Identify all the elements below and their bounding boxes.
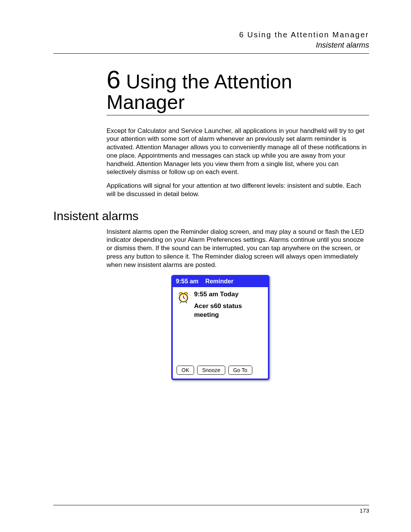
intro-paragraph-2: Applications will signal for your attent…	[107, 182, 369, 198]
svg-line-5	[186, 302, 187, 303]
alarm-clock-icon	[177, 290, 190, 359]
snooze-button[interactable]: Snooze	[197, 366, 225, 375]
section-paragraphs: Insistent alarms open the Reminder dialo…	[107, 228, 369, 269]
document-page: 6 Using the Attention Manager Insistent …	[0, 0, 411, 532]
section-paragraph-1: Insistent alarms open the Reminder dialo…	[107, 228, 369, 269]
page-number: 173	[360, 507, 369, 514]
intro-paragraphs: Except for Calculator and Service Launch…	[107, 127, 369, 198]
section-heading: Insistent alarms	[53, 209, 369, 223]
reminder-event-line2: meeting	[194, 311, 242, 320]
svg-line-4	[180, 302, 181, 303]
reminder-button-row: OK Snooze Go To	[173, 363, 268, 379]
chapter-title-line2: Manager	[107, 92, 369, 113]
reminder-titlebar: 9:55 am Reminder	[173, 276, 268, 287]
goto-button[interactable]: Go To	[228, 366, 252, 375]
intro-paragraph-1: Except for Calculator and Service Launch…	[107, 127, 369, 177]
chapter-title-line1: Using the Attention	[121, 70, 292, 93]
reminder-event-line1: Acer s60 status	[194, 302, 242, 311]
reminder-dialog: 9:55 am Reminder	[171, 275, 269, 380]
running-header: 6 Using the Attention Manager Insistent …	[53, 30, 369, 54]
footer-rule	[53, 505, 369, 505]
header-section-label: Insistent alarms	[53, 41, 369, 50]
reminder-time: 9:55 am	[176, 278, 199, 285]
reminder-event-time: 9:55 am Today	[194, 290, 242, 299]
reminder-body: 9:55 am Today Acer s60 status meeting	[173, 287, 268, 363]
reminder-dialog-figure: 9:55 am Reminder	[171, 275, 369, 380]
chapter-number: 6	[107, 66, 121, 94]
ok-button[interactable]: OK	[177, 366, 194, 375]
chapter-title: 6 Using the Attention Manager	[107, 65, 369, 115]
reminder-event-text: 9:55 am Today Acer s60 status meeting	[194, 290, 242, 359]
reminder-title-text: Reminder	[206, 278, 234, 285]
header-chapter-label: 6 Using the Attention Manager	[53, 30, 369, 39]
